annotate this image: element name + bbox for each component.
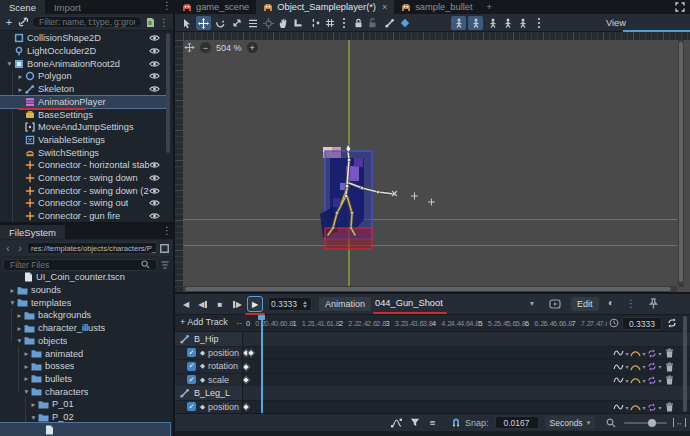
- dropdown-chevron-icon[interactable]: ▾: [642, 404, 645, 411]
- update-mode-icon[interactable]: [613, 403, 624, 411]
- move-tool-icon[interactable]: [196, 16, 211, 30]
- skeleton-show-bones-icon[interactable]: [451, 16, 466, 30]
- snap-magnet-icon[interactable]: [448, 416, 463, 429]
- file-row-selected[interactable]: [0, 423, 170, 436]
- tab-filesystem[interactable]: FileSystem: [0, 225, 65, 239]
- lock-selected-icon[interactable]: [351, 16, 366, 30]
- fit-timeline-icon[interactable]: ↔: [673, 418, 686, 427]
- loop-wrap-mode-icon[interactable]: [647, 349, 657, 358]
- scene-node-basesettings[interactable]: BaseSettings: [0, 108, 166, 121]
- track-enabled-checkbox[interactable]: ✓: [187, 375, 196, 384]
- autoplay-on-load-icon[interactable]: [549, 298, 561, 310]
- file-row-characters[interactable]: ▾characters: [0, 385, 170, 398]
- edit-button[interactable]: Edit: [571, 297, 599, 311]
- track-position[interactable]: ✓◆position▾▾▾: [175, 400, 690, 414]
- loop-animation-icon[interactable]: [666, 317, 678, 329]
- visibility-eye-icon[interactable]: [149, 85, 160, 93]
- current-path[interactable]: res://templates/objects/characters/P_02/: [27, 242, 157, 254]
- timeline-playhead-handle[interactable]: [258, 315, 265, 320]
- editor-tab-game-scene[interactable]: game_scene: [175, 0, 256, 14]
- editor-tab-sample-bullet[interactable]: sample_bullet: [394, 0, 479, 14]
- scene-node-skeleton[interactable]: ▸Skeleton: [0, 83, 166, 96]
- expand-arrow-icon[interactable]: ▸: [16, 85, 25, 94]
- keyframe[interactable]: [242, 403, 250, 411]
- delete-track-icon[interactable]: [665, 362, 674, 372]
- file-row-backgrounds[interactable]: ▸backgrounds: [0, 309, 170, 322]
- file-row-objects[interactable]: ▾objects: [0, 335, 170, 348]
- play-from-start-button[interactable]: ▶: [230, 297, 244, 311]
- interpolation-mode-icon[interactable]: [630, 349, 641, 357]
- snap-step-field[interactable]: [495, 416, 539, 429]
- track-group-b-hip[interactable]: B_Hip: [175, 332, 690, 346]
- collapse-arrow-icon[interactable]: ▾: [29, 413, 38, 422]
- keyframe[interactable]: [242, 376, 250, 384]
- bezier-curve-editor-icon[interactable]: [389, 416, 404, 429]
- visibility-eye-icon[interactable]: [149, 161, 160, 169]
- delete-track-icon[interactable]: [665, 402, 674, 412]
- expand-arrow-icon[interactable]: ▸: [16, 72, 25, 81]
- zoom-slider-thumb[interactable]: [648, 419, 656, 427]
- pivot-tool-icon[interactable]: [261, 16, 276, 30]
- scene-node-connector-swing-down[interactable]: Connector - swing down: [0, 172, 166, 185]
- animation-dropdown-icon[interactable]: ▾: [530, 299, 534, 308]
- skeleton-clear-bones-icon[interactable]: [500, 16, 515, 30]
- select-tool-icon[interactable]: [179, 16, 194, 30]
- dropdown-chevron-icon[interactable]: ▾: [642, 377, 645, 384]
- tab-scene[interactable]: Scene: [0, 0, 45, 14]
- track-enabled-checkbox[interactable]: ✓: [187, 402, 196, 411]
- distraction-free-icon[interactable]: [675, 0, 690, 14]
- scene-tree-scrollbar[interactable]: [166, 33, 170, 153]
- scene-node-connector-swing-out[interactable]: Connector - swing out: [0, 197, 166, 210]
- dropdown-chevron-icon[interactable]: ▾: [625, 404, 628, 411]
- play-backwards-button[interactable]: ◀: [179, 297, 193, 311]
- track-position[interactable]: ✓◆position▾▾▾: [175, 346, 690, 360]
- nav-forward-icon[interactable]: ›: [15, 243, 25, 254]
- list-select-icon[interactable]: [245, 16, 260, 30]
- file-row-animated[interactable]: ▸animated: [0, 347, 170, 360]
- scene-node-connector-swing-down-2h-[interactable]: Connector - swing down (2H): [0, 184, 166, 197]
- grid-snap-icon[interactable]: [322, 16, 337, 30]
- current-time-field[interactable]: [268, 297, 312, 311]
- sort-files-icon[interactable]: [160, 260, 170, 270]
- delete-track-icon[interactable]: [665, 348, 674, 358]
- loop-wrap-mode-icon[interactable]: [647, 376, 657, 385]
- zoom-out-button[interactable]: −: [200, 42, 211, 53]
- group-tracks-icon[interactable]: ≡: [425, 416, 440, 429]
- animation-menu-dots-icon[interactable]: ⋮: [625, 298, 637, 309]
- scene-node-variablesettings[interactable]: VariableSettings: [0, 134, 166, 147]
- scene-node-animationplayer[interactable]: AnimationPlayer: [0, 96, 166, 109]
- dropdown-chevron-icon[interactable]: ▾: [658, 377, 661, 384]
- collapse-arrow-icon[interactable]: ▾: [8, 298, 17, 307]
- dropdown-chevron-icon[interactable]: ▾: [625, 363, 628, 370]
- filesystem-menu-icon[interactable]: ⋮: [161, 225, 173, 239]
- file-row-bosses[interactable]: ▸bosses: [0, 360, 170, 373]
- zoom-in-button[interactable]: +: [247, 42, 258, 53]
- scene-node-connector-gun-fire[interactable]: Connector - gun fire: [0, 210, 166, 222]
- expand-arrow-icon[interactable]: ▸: [22, 349, 31, 358]
- skeleton-make-bones-icon[interactable]: [485, 16, 500, 30]
- expand-arrow-icon[interactable]: ▸: [8, 286, 17, 295]
- add-track-button[interactable]: + Add Track: [180, 317, 228, 327]
- rotate-tool-icon[interactable]: [213, 16, 228, 30]
- dropdown-chevron-icon[interactable]: ▾: [658, 404, 661, 411]
- expand-arrow-icon[interactable]: ▸: [29, 400, 38, 409]
- pan-view-icon[interactable]: [184, 42, 195, 53]
- track-enabled-checkbox[interactable]: ✓: [187, 348, 196, 357]
- new-tab-button[interactable]: +: [480, 0, 499, 14]
- editor-tab-object-sampleplayer-[interactable]: Object_Sampleplayer(*)×: [256, 0, 394, 14]
- collapse-arrow-icon[interactable]: ▾: [5, 59, 14, 68]
- timeline-playhead[interactable]: [261, 315, 263, 413]
- viewport-scrollbar-vertical[interactable]: [678, 40, 684, 287]
- unlock-selected-icon[interactable]: [365, 16, 380, 30]
- keyframe[interactable]: [242, 362, 250, 370]
- play-button[interactable]: ▶: [248, 297, 262, 311]
- pan-tool-icon[interactable]: [275, 16, 290, 30]
- scale-tool-icon[interactable]: [229, 16, 244, 30]
- file-row-character-illusts[interactable]: ▸character_illusts: [0, 322, 170, 335]
- scene-node-boneanimationroot2d[interactable]: ▾BoneAnimationRoot2d: [0, 57, 166, 70]
- scene-node-switchsettings[interactable]: SwitchSettings: [0, 146, 166, 159]
- track-rotation[interactable]: ✓◆rotation▾▾▾: [175, 359, 690, 373]
- pin-panel-icon[interactable]: [648, 298, 659, 310]
- update-mode-icon[interactable]: [613, 376, 624, 384]
- dropdown-chevron-icon[interactable]: ▾: [625, 377, 628, 384]
